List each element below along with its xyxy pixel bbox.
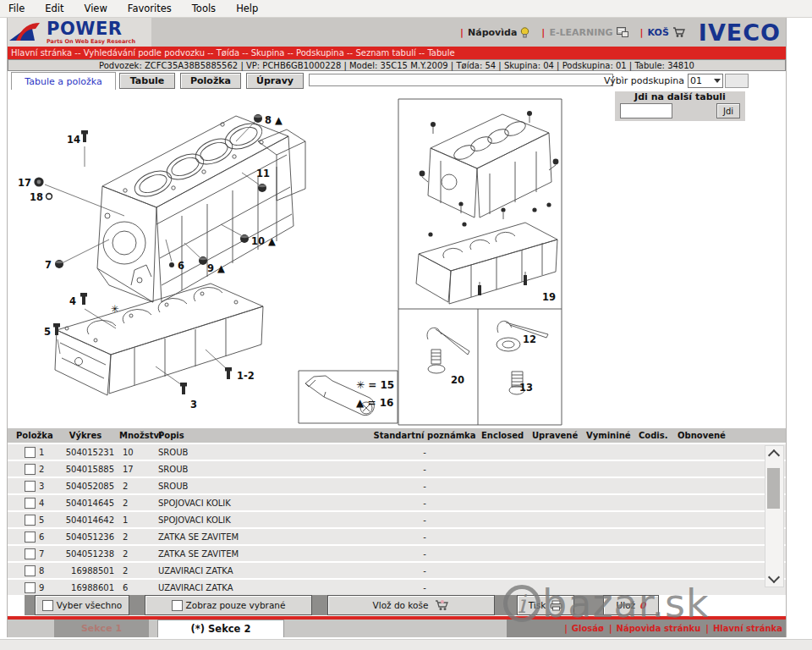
column-header: Množství xyxy=(118,431,156,440)
save-button[interactable]: Ulož 0 xyxy=(603,595,659,615)
select-all-checkbox[interactable] xyxy=(42,600,53,611)
standard-note: - xyxy=(368,549,481,559)
callout-label: 5 xyxy=(44,326,51,338)
column-header: Výkres xyxy=(57,431,118,440)
menu-favorites[interactable]: Favorites xyxy=(128,3,172,14)
cart-icon xyxy=(672,27,685,38)
menu-tools[interactable]: Tools xyxy=(192,3,216,14)
standard-note: - xyxy=(368,465,481,474)
add-to-cart-label: Vlož do koše xyxy=(373,600,429,610)
description: SPOJOVACI KOLIK xyxy=(156,499,368,508)
footer-link-hlavn-str-nka[interactable]: Hlavní stránka xyxy=(713,624,782,633)
menu-help[interactable]: Help xyxy=(236,3,258,14)
scrollbar-thumb[interactable] xyxy=(767,468,780,509)
quantity: 6 xyxy=(118,583,156,592)
row-checkbox[interactable] xyxy=(25,548,36,559)
goto-table-input[interactable] xyxy=(620,103,672,118)
standard-note: - xyxy=(368,583,481,592)
separator xyxy=(574,595,603,615)
column-header: Codis. xyxy=(639,431,678,440)
description: SROUB xyxy=(156,482,368,491)
scroll-down-icon[interactable] xyxy=(768,571,780,583)
subgroup-select[interactable]: 01 xyxy=(688,74,723,88)
row-checkbox[interactable] xyxy=(25,515,36,526)
callout-label: 11 xyxy=(256,168,270,179)
column-header: Standartní poznámka xyxy=(368,431,481,440)
polozka-button[interactable]: Položka xyxy=(180,73,241,89)
standard-note: - xyxy=(368,448,481,457)
table-row: 35040520852SROUB- xyxy=(8,478,786,493)
show-selected-checkbox[interactable] xyxy=(172,600,183,611)
part-number: 16988501 xyxy=(57,566,118,576)
show-selected-button[interactable]: Zobraz pouze vybrané xyxy=(145,595,312,615)
callout-label: 18 xyxy=(30,191,43,203)
iveco-logo: IVECO xyxy=(699,19,781,46)
tab-row: Tabule a položka Tabule Položka Úpravy V… xyxy=(8,71,786,90)
row-number: 6 xyxy=(39,532,44,542)
page-header: POWER Parts On Web Easy Research | Nápov… xyxy=(8,18,786,47)
print-button[interactable]: Tisk xyxy=(517,595,574,615)
plug-glyph xyxy=(240,234,249,243)
elearning-link[interactable]: | E-LEARNING xyxy=(541,27,628,38)
elearning-link-label: E-LEARNING xyxy=(549,27,612,38)
standard-note: - xyxy=(368,515,481,525)
table-row: 65040512362ZATKA SE ZAVITEM- xyxy=(8,529,786,544)
tab-tabule-a-polozka[interactable]: Tabule a položka xyxy=(11,72,116,90)
help-link[interactable]: | Nápovìda xyxy=(460,27,529,38)
separator xyxy=(495,595,517,615)
quantity: 2 xyxy=(118,482,156,491)
footer-link-n-pov-da-str-nku[interactable]: Nápovìda stránku xyxy=(617,624,701,633)
row-number: 5 xyxy=(39,515,44,525)
menu-view[interactable]: View xyxy=(85,3,107,14)
row-checkbox[interactable] xyxy=(25,464,36,475)
subgroup-extra-field xyxy=(725,74,749,88)
tab-sekce-1[interactable]: Sekce 1 xyxy=(54,620,149,637)
cart-link[interactable]: | KOŠ xyxy=(640,27,685,38)
actions-bar: Vyber všechno Zobraz pouze vybrané Vlož … xyxy=(8,594,786,616)
chevron-down-icon xyxy=(714,79,721,83)
description: UZAVIRACI ZATKA xyxy=(156,583,368,592)
goto-button[interactable]: Jdi xyxy=(716,103,740,118)
menu-edit[interactable]: Edit xyxy=(45,3,63,14)
subgroup-value: 01 xyxy=(690,75,702,86)
row-checkbox[interactable] xyxy=(25,498,36,509)
description: SROUB xyxy=(156,448,368,457)
tab-sekce-2[interactable]: (*) Sekce 2 xyxy=(157,620,284,637)
row-checkbox[interactable] xyxy=(25,582,36,593)
row-checkbox[interactable] xyxy=(25,447,36,458)
callout-label: ✳ xyxy=(111,303,119,315)
bolt-glyph xyxy=(81,130,88,142)
table-body: 150401523110SROUB-250401588517SROUB-3504… xyxy=(8,444,786,595)
print-label: Tisk xyxy=(529,600,546,610)
tabule-button[interactable]: Tabule xyxy=(119,73,175,89)
part-number: 504014645 xyxy=(57,499,118,508)
callout-label: 6 xyxy=(178,260,184,272)
separator xyxy=(312,595,327,615)
dot-glyph xyxy=(169,262,174,267)
row-checkbox[interactable] xyxy=(25,565,36,576)
quantity: 17 xyxy=(118,465,156,474)
row-number: 8 xyxy=(39,566,44,576)
row-checkbox[interactable] xyxy=(25,481,36,492)
quantity: 2 xyxy=(118,566,156,576)
upravy-button[interactable]: Úpravy xyxy=(246,73,304,89)
empty-toolbar-field xyxy=(309,74,613,86)
table-scrollbar[interactable] xyxy=(765,445,784,587)
select-all-button[interactable]: Vyber všechno xyxy=(35,595,129,615)
power-logo: POWER Parts On Web Easy Research xyxy=(8,18,151,47)
standard-note: - xyxy=(368,499,481,508)
add-to-cart-button[interactable]: Vlož do koše xyxy=(327,595,495,615)
table-row: 45040146452SPOJOVACI KOLIK- xyxy=(8,495,786,510)
bolt-glyph xyxy=(180,383,187,394)
breadcrumb: Hlavní stránka -- Vyhledávání podle podv… xyxy=(8,47,786,59)
description: ZATKA SE ZAVITEM xyxy=(156,549,368,559)
legend-label: ▲ = 16 xyxy=(356,397,393,409)
footer-link-glos-[interactable]: Glosáø xyxy=(572,624,604,633)
menu-file[interactable]: File xyxy=(8,3,25,14)
scroll-up-icon[interactable] xyxy=(768,449,780,461)
plug-glyph xyxy=(254,114,262,123)
plug-glyph xyxy=(258,184,266,192)
row-checkbox[interactable] xyxy=(25,532,36,543)
callout-label: 1-2 xyxy=(237,370,255,382)
status-bar xyxy=(0,639,812,650)
